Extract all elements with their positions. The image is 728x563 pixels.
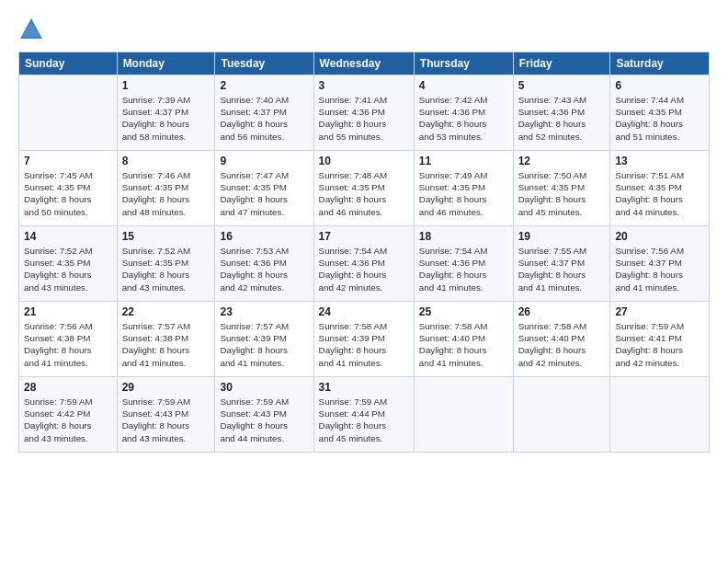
svg-marker-1: [22, 22, 40, 37]
day-number: 9: [220, 155, 308, 167]
calendar-cell: 31Sunrise: 7:59 AM Sunset: 4:44 PM Dayli…: [313, 377, 414, 453]
day-number: 2: [220, 79, 308, 92]
day-header: Tuesday: [215, 52, 313, 75]
day-number: 22: [122, 305, 210, 318]
day-info: Sunrise: 7:53 AM Sunset: 4:36 PM Dayligh…: [220, 245, 308, 293]
calendar-cell: 26Sunrise: 7:58 AM Sunset: 4:40 PM Dayli…: [513, 302, 610, 377]
day-info: Sunrise: 7:48 AM Sunset: 4:35 PM Dayligh…: [319, 169, 409, 218]
calendar-table: SundayMondayTuesdayWednesdayThursdayFrid…: [18, 52, 710, 453]
day-info: Sunrise: 7:54 AM Sunset: 4:36 PM Dayligh…: [419, 245, 508, 293]
day-info: Sunrise: 7:59 AM Sunset: 4:43 PM Dayligh…: [220, 396, 308, 444]
calendar-week-row: 7Sunrise: 7:45 AM Sunset: 4:35 PM Daylig…: [19, 151, 710, 226]
calendar-cell: 9Sunrise: 7:47 AM Sunset: 4:35 PM Daylig…: [215, 151, 313, 226]
day-number: 28: [24, 381, 112, 394]
day-info: Sunrise: 7:58 AM Sunset: 4:40 PM Dayligh…: [419, 320, 508, 369]
day-number: 20: [615, 230, 704, 243]
day-number: 27: [615, 305, 704, 318]
calendar-page: SundayMondayTuesdayWednesdayThursdayFrid…: [0, 0, 728, 563]
day-info: Sunrise: 7:56 AM Sunset: 4:37 PM Dayligh…: [615, 245, 704, 293]
day-info: Sunrise: 7:44 AM Sunset: 4:35 PM Dayligh…: [615, 94, 704, 143]
calendar-cell: 5Sunrise: 7:43 AM Sunset: 4:36 PM Daylig…: [513, 75, 610, 151]
day-info: Sunrise: 7:59 AM Sunset: 4:43 PM Dayligh…: [122, 396, 210, 444]
day-number: 4: [419, 79, 508, 92]
day-info: Sunrise: 7:58 AM Sunset: 4:40 PM Dayligh…: [518, 320, 606, 369]
day-info: Sunrise: 7:46 AM Sunset: 4:35 PM Dayligh…: [122, 169, 210, 218]
day-number: 18: [419, 230, 508, 243]
day-info: Sunrise: 7:55 AM Sunset: 4:37 PM Dayligh…: [518, 245, 606, 293]
day-number: 19: [518, 230, 606, 243]
day-header: Sunday: [19, 52, 118, 75]
calendar-body: 1Sunrise: 7:39 AM Sunset: 4:37 PM Daylig…: [19, 75, 710, 453]
header-row: SundayMondayTuesdayWednesdayThursdayFrid…: [19, 52, 710, 75]
day-info: Sunrise: 7:59 AM Sunset: 4:44 PM Dayligh…: [319, 396, 409, 444]
calendar-cell: 22Sunrise: 7:57 AM Sunset: 4:38 PM Dayli…: [117, 302, 215, 377]
day-number: 13: [615, 155, 704, 167]
day-info: Sunrise: 7:43 AM Sunset: 4:36 PM Dayligh…: [518, 94, 606, 143]
day-number: 15: [122, 230, 210, 243]
calendar-cell: 17Sunrise: 7:54 AM Sunset: 4:36 PM Dayli…: [313, 226, 414, 302]
calendar-cell: 12Sunrise: 7:50 AM Sunset: 4:35 PM Dayli…: [513, 151, 610, 226]
calendar-cell: 6Sunrise: 7:44 AM Sunset: 4:35 PM Daylig…: [610, 75, 710, 151]
day-number: 14: [24, 230, 112, 243]
calendar-cell: 8Sunrise: 7:46 AM Sunset: 4:35 PM Daylig…: [117, 151, 215, 226]
calendar-cell: 7Sunrise: 7:45 AM Sunset: 4:35 PM Daylig…: [19, 151, 118, 226]
logo-icon: [18, 17, 44, 42]
calendar-header: SundayMondayTuesdayWednesdayThursdayFrid…: [19, 52, 710, 75]
day-number: 5: [518, 79, 606, 92]
day-number: 7: [24, 155, 112, 167]
day-number: 31: [319, 381, 409, 394]
day-header: Monday: [117, 52, 215, 75]
day-header: Thursday: [414, 52, 513, 75]
calendar-cell: 1Sunrise: 7:39 AM Sunset: 4:37 PM Daylig…: [117, 75, 215, 151]
calendar-cell: 24Sunrise: 7:58 AM Sunset: 4:39 PM Dayli…: [313, 302, 414, 377]
day-info: Sunrise: 7:42 AM Sunset: 4:36 PM Dayligh…: [419, 94, 508, 143]
day-info: Sunrise: 7:58 AM Sunset: 4:39 PM Dayligh…: [319, 320, 409, 369]
calendar-cell: 16Sunrise: 7:53 AM Sunset: 4:36 PM Dayli…: [215, 226, 313, 302]
day-header: Saturday: [610, 52, 710, 75]
day-number: 11: [419, 155, 508, 167]
day-number: 21: [24, 305, 112, 318]
day-number: 26: [518, 305, 606, 318]
day-number: 12: [518, 155, 606, 167]
day-info: Sunrise: 7:51 AM Sunset: 4:35 PM Dayligh…: [615, 169, 704, 218]
calendar-cell: 15Sunrise: 7:52 AM Sunset: 4:35 PM Dayli…: [117, 226, 215, 302]
day-info: Sunrise: 7:52 AM Sunset: 4:35 PM Dayligh…: [122, 245, 210, 293]
calendar-cell: 11Sunrise: 7:49 AM Sunset: 4:35 PM Dayli…: [414, 151, 513, 226]
calendar-cell: 30Sunrise: 7:59 AM Sunset: 4:43 PM Dayli…: [215, 377, 313, 453]
calendar-cell: [19, 75, 118, 151]
day-number: 1: [122, 79, 210, 92]
calendar-cell: 2Sunrise: 7:40 AM Sunset: 4:37 PM Daylig…: [215, 75, 313, 151]
calendar-week-row: 14Sunrise: 7:52 AM Sunset: 4:35 PM Dayli…: [19, 226, 710, 302]
calendar-week-row: 28Sunrise: 7:59 AM Sunset: 4:42 PM Dayli…: [19, 377, 710, 453]
logo: [18, 17, 46, 42]
calendar-cell: [414, 377, 513, 453]
calendar-cell: 29Sunrise: 7:59 AM Sunset: 4:43 PM Dayli…: [117, 377, 215, 453]
calendar-cell: 19Sunrise: 7:55 AM Sunset: 4:37 PM Dayli…: [513, 226, 610, 302]
calendar-cell: 28Sunrise: 7:59 AM Sunset: 4:42 PM Dayli…: [19, 377, 118, 453]
day-info: Sunrise: 7:50 AM Sunset: 4:35 PM Dayligh…: [518, 169, 606, 218]
day-number: 10: [319, 155, 409, 167]
day-info: Sunrise: 7:40 AM Sunset: 4:37 PM Dayligh…: [220, 94, 308, 143]
day-info: Sunrise: 7:59 AM Sunset: 4:42 PM Dayligh…: [24, 396, 112, 444]
day-info: Sunrise: 7:57 AM Sunset: 4:38 PM Dayligh…: [122, 320, 210, 369]
day-number: 16: [220, 230, 308, 243]
day-number: 25: [419, 305, 508, 318]
calendar-cell: 21Sunrise: 7:56 AM Sunset: 4:38 PM Dayli…: [19, 302, 118, 377]
day-number: 17: [319, 230, 409, 243]
day-number: 30: [220, 381, 308, 394]
day-info: Sunrise: 7:49 AM Sunset: 4:35 PM Dayligh…: [419, 169, 508, 218]
day-number: 6: [615, 79, 704, 92]
day-info: Sunrise: 7:56 AM Sunset: 4:38 PM Dayligh…: [24, 320, 112, 369]
calendar-cell: 27Sunrise: 7:59 AM Sunset: 4:41 PM Dayli…: [610, 302, 710, 377]
header: [18, 17, 710, 42]
day-info: Sunrise: 7:57 AM Sunset: 4:39 PM Dayligh…: [220, 320, 308, 369]
calendar-cell: 23Sunrise: 7:57 AM Sunset: 4:39 PM Dayli…: [215, 302, 313, 377]
day-number: 29: [122, 381, 210, 394]
calendar-cell: [513, 377, 610, 453]
day-header: Friday: [513, 52, 610, 75]
day-info: Sunrise: 7:45 AM Sunset: 4:35 PM Dayligh…: [24, 169, 112, 218]
day-info: Sunrise: 7:47 AM Sunset: 4:35 PM Dayligh…: [220, 169, 308, 218]
day-info: Sunrise: 7:39 AM Sunset: 4:37 PM Dayligh…: [122, 94, 210, 143]
day-info: Sunrise: 7:52 AM Sunset: 4:35 PM Dayligh…: [24, 245, 112, 293]
calendar-week-row: 21Sunrise: 7:56 AM Sunset: 4:38 PM Dayli…: [19, 302, 710, 377]
